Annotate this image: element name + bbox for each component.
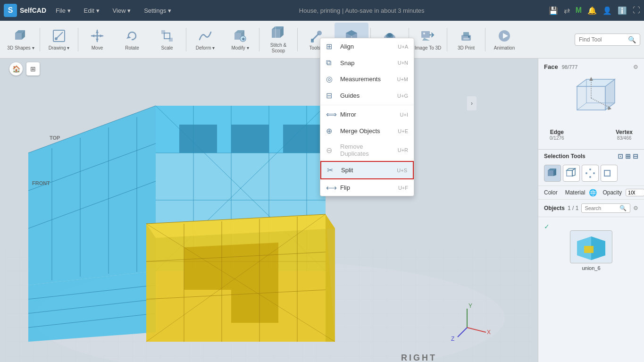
remove-duplicates-icon: ⊖ bbox=[326, 146, 335, 155]
menu-file[interactable]: File ▾ bbox=[52, 5, 75, 16]
dropdown-item-remove-duplicates[interactable]: ⊖ Remove Duplicates U+R bbox=[320, 139, 414, 161]
btn-modify[interactable]: ✱ Modify ▾ bbox=[223, 23, 257, 57]
svg-rect-51 bbox=[231, 125, 269, 153]
mirror-icon: ⟺ bbox=[326, 110, 335, 119]
dropdown-item-measurements[interactable]: ◎ Measurements U+M bbox=[320, 71, 414, 87]
merge-objects-shortcut: U+E bbox=[398, 128, 408, 134]
viewport[interactable]: TOP FRONT RIGHT Y X Z 🏠 ⊞ › bbox=[0, 59, 538, 362]
dropdown-item-guides[interactable]: ⊟ Guides U+G bbox=[320, 87, 414, 104]
svg-point-28 bbox=[387, 33, 392, 37]
info-icon[interactable]: ℹ️ bbox=[618, 6, 627, 15]
btn-stitch-scoop[interactable]: Stitch & Scoop bbox=[261, 23, 295, 57]
vertex-label: Vertex bbox=[616, 129, 633, 135]
btn-drawing[interactable]: Drawing ▾ bbox=[42, 23, 76, 57]
edge-count: 0/1276 bbox=[550, 135, 564, 141]
sep2 bbox=[78, 28, 78, 51]
sep1 bbox=[40, 28, 40, 51]
btn-animation[interactable]: Animation bbox=[487, 23, 521, 57]
objects-settings-icon[interactable]: ⚙ bbox=[633, 205, 638, 211]
btn-stitch-scoop-label: Stitch & Scoop bbox=[263, 42, 293, 54]
remove-duplicates-shortcut: U+R bbox=[398, 147, 408, 153]
save-icon[interactable]: 💾 bbox=[549, 6, 558, 15]
dropdown-item-align[interactable]: ⊞ Align U+A bbox=[320, 38, 414, 55]
align-icon: ⊞ bbox=[326, 42, 335, 51]
btn-3d-print[interactable]: 3D Print bbox=[449, 23, 483, 57]
stitch-scoop-icon bbox=[271, 25, 286, 41]
svg-rect-34 bbox=[463, 38, 469, 40]
find-tool-input[interactable] bbox=[579, 36, 626, 43]
dropdown-item-split[interactable]: ✂ Split U+S bbox=[320, 161, 414, 179]
object-name: union_6 bbox=[582, 265, 600, 271]
mirror-shortcut: U+I bbox=[400, 112, 408, 118]
nav-home-button[interactable]: 🏠 bbox=[9, 62, 23, 76]
panel-expand-arrow[interactable]: › bbox=[467, 96, 477, 110]
sep9 bbox=[485, 28, 485, 51]
svg-text:Y: Y bbox=[468, 303, 472, 309]
logo-icon: S bbox=[4, 4, 17, 17]
objects-list: ✓ union_6 bbox=[538, 217, 644, 362]
svg-marker-7 bbox=[96, 39, 99, 42]
menu-view[interactable]: View ▾ bbox=[109, 5, 135, 16]
align-label: Align bbox=[340, 43, 393, 50]
svg-point-5 bbox=[55, 37, 58, 40]
split-label: Split bbox=[341, 167, 392, 174]
dropdown-item-flip[interactable]: ⟷ Flip U+F bbox=[320, 179, 414, 196]
selection-tools-label: Selection Tools bbox=[544, 153, 585, 160]
sel-mode-wire[interactable] bbox=[563, 165, 580, 182]
objects-header: Objects 1 / 1 🔍 ⚙ bbox=[538, 200, 644, 217]
btn-animation-label: Animation bbox=[494, 45, 515, 51]
share-icon[interactable]: ⇄ bbox=[564, 6, 570, 15]
object-item-union6[interactable]: ✓ union_6 bbox=[542, 221, 640, 273]
material-row: Color Material 🌐 Opacity bbox=[538, 185, 644, 200]
sel-icon-3[interactable]: ⊟ bbox=[633, 152, 638, 160]
btn-move-label: Move bbox=[92, 45, 103, 51]
material-icon[interactable]: 🌐 bbox=[589, 189, 597, 196]
selection-tools-header: Selection Tools ⊡ ⊞ ⊟ bbox=[538, 150, 644, 163]
fullscreen-icon[interactable]: ⛶ bbox=[633, 6, 640, 15]
btn-move[interactable]: Move bbox=[80, 23, 114, 57]
sel-mode-edges[interactable] bbox=[601, 165, 618, 182]
objects-title: Objects bbox=[544, 205, 565, 211]
btn-rotate[interactable]: Rotate bbox=[115, 23, 149, 57]
svg-marker-30 bbox=[422, 38, 430, 41]
user-icon[interactable]: 👤 bbox=[602, 6, 612, 15]
btn-scale-label: Scale bbox=[161, 45, 173, 51]
m-icon[interactable]: M bbox=[576, 6, 582, 15]
btn-rotate-label: Rotate bbox=[125, 45, 139, 51]
utilities-dropdown: ⊞ Align U+A ⧉ Snap U+N ◎ Measurements U+… bbox=[320, 38, 414, 196]
sel-icon-1[interactable]: ⊡ bbox=[618, 152, 623, 160]
opacity-input[interactable] bbox=[626, 189, 644, 196]
notification-icon[interactable]: 🔔 bbox=[587, 6, 597, 15]
svg-rect-0 bbox=[15, 33, 22, 40]
menu-edit[interactable]: Edit ▾ bbox=[80, 5, 103, 16]
btn-3d-shapes[interactable]: 3D Shapes ▾ bbox=[4, 23, 38, 57]
dropdown-item-mirror[interactable]: ⟺ Mirror U+I bbox=[320, 106, 414, 123]
svg-point-104 bbox=[585, 172, 587, 174]
btn-deform[interactable]: Deform ▾ bbox=[188, 23, 222, 57]
objects-search-input[interactable] bbox=[585, 205, 618, 211]
sel-icon-2[interactable]: ⊞ bbox=[625, 152, 631, 160]
sel-mode-solid[interactable] bbox=[544, 165, 561, 182]
object-thumbnail bbox=[570, 230, 612, 263]
3d-shapes-icon bbox=[13, 28, 28, 43]
svg-rect-98 bbox=[548, 170, 553, 176]
3d-print-icon bbox=[459, 28, 474, 43]
dropdown-item-merge-objects[interactable]: ⊕ Merge Objects U+E bbox=[320, 123, 414, 139]
dropdown-item-snap[interactable]: ⧉ Snap U+N bbox=[320, 55, 414, 71]
svg-rect-13 bbox=[169, 38, 173, 42]
panel-settings-icon[interactable]: ⚙ bbox=[633, 64, 638, 70]
flip-icon: ⟷ bbox=[326, 183, 335, 192]
merge-objects-icon: ⊕ bbox=[326, 126, 335, 135]
measurements-label: Measurements bbox=[340, 76, 392, 83]
sel-mode-points[interactable] bbox=[582, 165, 599, 182]
svg-marker-103 bbox=[572, 168, 575, 176]
svg-rect-19 bbox=[272, 29, 280, 38]
animation-icon bbox=[497, 28, 512, 43]
btn-image-to-3d[interactable]: Image To 3D bbox=[411, 23, 445, 57]
color-label: Color bbox=[544, 189, 558, 196]
btn-scale[interactable]: Scale bbox=[150, 23, 184, 57]
svg-rect-50 bbox=[179, 125, 217, 153]
opacity-label: Opacity bbox=[602, 189, 622, 196]
menu-settings[interactable]: Settings ▾ bbox=[140, 5, 175, 16]
nav-orient-button[interactable]: ⊞ bbox=[26, 62, 40, 76]
